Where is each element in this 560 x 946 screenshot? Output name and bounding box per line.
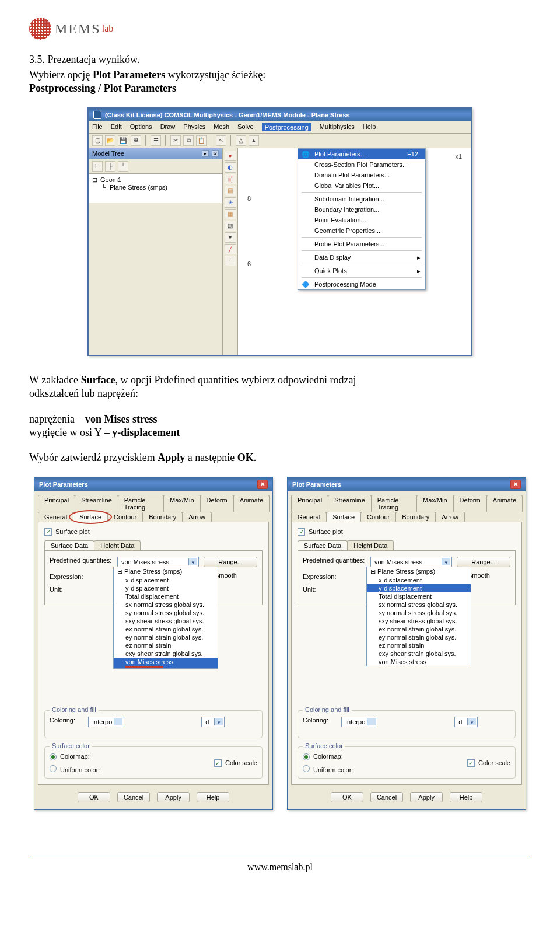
coloring-combo[interactable]: Interpo xyxy=(341,717,377,727)
range-button[interactable]: Range... xyxy=(457,557,510,567)
subtab-surface-data[interactable]: Surface Data xyxy=(44,540,94,550)
tab-arrow[interactable]: Arrow xyxy=(182,512,212,522)
menu-item[interactable]: Domain Plot Parameters... xyxy=(298,170,425,180)
coloring-combo[interactable]: Interpo xyxy=(88,717,124,727)
menu-file[interactable]: File xyxy=(92,123,103,131)
help-button[interactable]: Help xyxy=(197,792,229,802)
save-icon[interactable]: 💾 xyxy=(118,135,128,146)
dropdown-item[interactable]: x-displacement xyxy=(114,576,218,584)
predefined-combo[interactable]: von Mises stress▼ xyxy=(370,557,452,567)
dropdown-item[interactable]: Total displacement xyxy=(367,592,471,601)
menu-item[interactable]: Probe Plot Parameters... xyxy=(298,239,425,249)
dropdown-item[interactable]: ez normal strain xyxy=(114,641,218,650)
predefined-dropdown[interactable]: ⊟ Plane Stress (smps)x-displacementy-dis… xyxy=(113,567,218,669)
dropdown-item[interactable]: sxy shear stress global sys. xyxy=(114,617,218,625)
menu-item[interactable]: 🌐Plot Parameters...F12 xyxy=(298,149,425,159)
tree-tool-icon[interactable]: ⊢ xyxy=(92,161,103,172)
vtool-icon[interactable]: ▼ xyxy=(225,232,236,243)
dropdown-item[interactable]: ey normal strain global sys. xyxy=(114,633,218,641)
subtab-surface-data[interactable]: Surface Data xyxy=(298,540,348,550)
tree-icon[interactable]: ☰ xyxy=(150,135,161,146)
vtool-icon[interactable]: ░ xyxy=(225,174,236,184)
vtool-icon[interactable]: ◐ xyxy=(225,162,236,173)
footer-link[interactable]: www.memslab.pl xyxy=(247,862,313,872)
cut-icon[interactable]: ✂ xyxy=(170,135,181,146)
tab-boundary[interactable]: Boundary xyxy=(142,512,183,522)
dropdown-item[interactable]: exy shear strain global sys. xyxy=(367,650,471,658)
vtool-icon[interactable]: ▦ xyxy=(225,209,236,219)
ok-button[interactable]: OK xyxy=(78,792,110,802)
close-icon[interactable]: ✕ xyxy=(212,150,219,157)
menu-multiphysics[interactable]: Multiphysics xyxy=(320,123,355,131)
cancel-button[interactable]: Cancel xyxy=(370,792,403,802)
tab-max/min[interactable]: Max/Min xyxy=(416,495,454,512)
colormap-radio[interactable]: Colormap: xyxy=(303,753,353,760)
dropdown-item[interactable]: sy normal stress global sys. xyxy=(114,609,218,617)
subtab-height-data[interactable]: Height Data xyxy=(94,540,141,550)
surface-plot-checkbox[interactable]: ✓ Surface plot xyxy=(44,528,262,536)
dropdown-item[interactable]: sx normal stress global sys. xyxy=(367,601,471,609)
help-button[interactable]: Help xyxy=(450,792,482,802)
predefined-combo[interactable]: von Mises stress▼ xyxy=(117,557,199,567)
subtab-height-data[interactable]: Height Data xyxy=(347,540,394,550)
tab-particle-tracing[interactable]: Particle Tracing xyxy=(371,495,417,512)
menu-item[interactable]: Geometric Properties... xyxy=(298,225,425,236)
open-icon[interactable]: 📂 xyxy=(105,135,116,146)
dropdown-item[interactable]: ey normal strain global sys. xyxy=(367,633,471,641)
menu-mesh[interactable]: Mesh xyxy=(214,123,229,131)
dropdown-item[interactable]: sx normal stress global sys. xyxy=(114,601,218,609)
close-icon[interactable]: ✕ xyxy=(510,480,521,489)
dropdown-item[interactable]: von Mises stress xyxy=(367,658,471,666)
vtool-icon[interactable]: ● xyxy=(225,151,236,161)
dropdown-item[interactable]: Total displacement xyxy=(114,592,218,601)
postprocessing-menu[interactable]: 🌐Plot Parameters...F12Cross-Section Plot… xyxy=(298,148,426,290)
tab-streamline[interactable]: Streamline xyxy=(75,495,118,512)
colorscale-checkbox[interactable]: ✓ Color scale xyxy=(467,759,510,767)
model-tree[interactable]: ⊟Geom1 └Plane Stress (smps) xyxy=(89,174,222,203)
menu-physics[interactable]: Physics xyxy=(183,123,205,131)
menu-item[interactable]: Subdomain Integration... xyxy=(298,194,425,204)
tab-particle-tracing[interactable]: Particle Tracing xyxy=(118,495,164,512)
print-icon[interactable]: 🖶 xyxy=(131,135,141,146)
dropdown-item[interactable]: y-displacement xyxy=(114,584,218,592)
tab-max/min[interactable]: Max/Min xyxy=(163,495,201,512)
fill-combo[interactable]: d▼ xyxy=(201,717,225,727)
dropdown-item[interactable]: x-displacement xyxy=(367,576,471,584)
uniform-radio[interactable]: Uniform color: xyxy=(50,765,100,773)
dropdown-item[interactable]: sxy shear stress global sys. xyxy=(367,617,471,625)
range-button[interactable]: Range... xyxy=(204,557,257,567)
fill-combo[interactable]: d▼ xyxy=(454,717,478,727)
apply-button[interactable]: Apply xyxy=(157,792,190,802)
dropdown-item[interactable]: y-displacement xyxy=(367,584,471,592)
panel-icon[interactable]: ▾ xyxy=(202,150,209,157)
tab-animate[interactable]: Animate xyxy=(233,495,270,512)
cancel-button[interactable]: Cancel xyxy=(117,792,150,802)
menu-postprocessing[interactable]: Postprocessing xyxy=(262,123,312,131)
dropdown-item[interactable]: exy shear strain global sys. xyxy=(114,650,218,658)
dropdown-item[interactable]: ez normal strain xyxy=(367,641,471,650)
dropdown-item[interactable]: sy normal stress global sys. xyxy=(367,609,471,617)
uniform-radio[interactable]: Uniform color: xyxy=(303,765,353,773)
tree-item[interactable]: Plane Stress (smps) xyxy=(110,184,167,191)
tab-contour[interactable]: Contour xyxy=(107,512,143,522)
menu-draw[interactable]: Draw xyxy=(160,123,176,131)
tab-contour[interactable]: Contour xyxy=(360,512,396,522)
tab-principal[interactable]: Principal xyxy=(38,495,75,512)
dropdown-item[interactable]: ex normal strain global sys. xyxy=(114,625,218,633)
vtool-icon[interactable]: · xyxy=(225,256,236,266)
menu-item[interactable]: Data Display▸ xyxy=(298,252,425,263)
menu-item[interactable]: Point Evaluation... xyxy=(298,215,425,225)
menubar[interactable]: File Edit Options Draw Physics Mesh Solv… xyxy=(89,121,471,134)
tab-boundary[interactable]: Boundary xyxy=(396,512,436,522)
vtool-icon[interactable]: ▤ xyxy=(225,186,236,196)
vtool-icon[interactable]: ╱ xyxy=(225,244,236,254)
copy-icon[interactable]: ⧉ xyxy=(183,135,194,146)
menu-options[interactable]: Options xyxy=(130,123,152,131)
colorscale-checkbox[interactable]: ✓ Color scale xyxy=(214,759,257,767)
close-icon[interactable]: ✕ xyxy=(257,480,268,489)
dropdown-item[interactable]: ex normal strain global sys. xyxy=(367,625,471,633)
ok-button[interactable]: OK xyxy=(331,792,363,802)
tab-principal[interactable]: Principal xyxy=(291,495,328,512)
menu-item[interactable]: Quick Plots▸ xyxy=(298,266,425,276)
vtool-icon[interactable]: ✳ xyxy=(225,197,236,208)
